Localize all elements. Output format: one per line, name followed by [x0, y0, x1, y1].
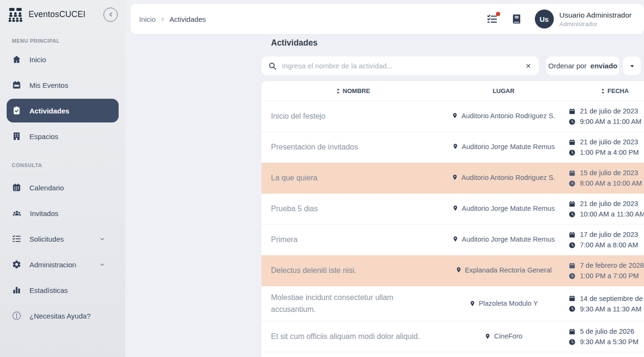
- pending-requests-icon[interactable]: [486, 13, 498, 25]
- chevron-down-icon: [99, 262, 105, 268]
- sort-by-prefix: Ordenar por: [548, 62, 587, 70]
- activity-date: 17 de julio de 2023 7:00 AM a 8:00 AM: [563, 231, 644, 249]
- user-menu[interactable]: Us Usuario Administrador Administrador: [535, 9, 632, 28]
- table-row[interactable]: La que quiera Auditorio Antonio Rodrigue…: [261, 163, 644, 194]
- users-icon: [12, 208, 22, 218]
- location-pin-icon: [452, 143, 458, 150]
- activity-place: Auditorio Jorge Matute Remus: [444, 142, 563, 152]
- table-row[interactable]: Prueba 5 dias Auditorio Jorge Matute Rem…: [261, 194, 644, 225]
- column-header-fecha[interactable]: FECHA: [563, 87, 644, 94]
- activity-place: Auditorio Antonio Rodriguez S.: [444, 173, 563, 183]
- table-row[interactable]: Primera Auditorio Jorge Matute Remus 17 …: [261, 225, 644, 255]
- sort-by-field: enviado: [590, 62, 617, 70]
- search-icon: [268, 62, 277, 70]
- table-header-row: NOMBRE LUGAR FECHA ESTATUS: [261, 81, 644, 101]
- search-box: ✕: [261, 56, 539, 75]
- sidebar-item-label: Estadísticas: [29, 286, 68, 294]
- breadcrumb-home[interactable]: Inicio: [139, 15, 156, 23]
- user-name: Usuario Administrador: [560, 11, 632, 19]
- activity-place: Auditorio Antonio Rodriguez S.: [444, 111, 563, 121]
- column-header-nombre[interactable]: NOMBRE: [261, 87, 444, 94]
- sidebar-item-estadisticas[interactable]: Estadísticas: [0, 277, 125, 303]
- checklist-icon: [12, 234, 21, 244]
- activity-place: Plazoleta Modulo Y: [444, 299, 563, 309]
- activity-place: Explanada Rectoría General: [444, 265, 563, 275]
- top-header: Inicio Actividades Us Usuario Administra…: [131, 4, 644, 34]
- sort-by-button[interactable]: Ordenar por enviado: [546, 56, 619, 75]
- sort-icon: [336, 88, 341, 94]
- sidebar-item-mis-eventos[interactable]: Mis Eventos: [0, 72, 125, 98]
- sidebar: EventosCUCEI MENU PRINCIPAL Inicio Mis E…: [0, 0, 125, 357]
- notification-dot: [496, 12, 500, 16]
- calendar-small-icon: [569, 108, 576, 115]
- activity-date: 14 de septiembre de 2025 9:30 AM a 11:30…: [563, 295, 644, 313]
- gear-icon: [12, 260, 21, 269]
- table-row[interactable]: Delectus deleniti iste nisi. Explanada R…: [261, 255, 644, 286]
- activity-place: CineForo: [444, 331, 563, 341]
- activity-date: 21 de julio de 2023 9:00 AM a 11:00 AM: [563, 107, 644, 125]
- caret-down-icon: [629, 63, 635, 69]
- sidebar-item-inicio[interactable]: Inicio: [0, 47, 125, 72]
- activity-name: Prueba 5 dias: [261, 199, 444, 219]
- brand-row: EventosCUCEI: [0, 0, 125, 23]
- sort-direction-button[interactable]: [623, 56, 641, 75]
- sidebar-item-label: ¿Necesitas Ayuda?: [29, 312, 91, 320]
- sidebar-item-label: Actividades: [29, 107, 69, 115]
- avatar: Us: [535, 9, 554, 28]
- activity-place: Auditorio Jorge Matute Remus: [444, 204, 563, 214]
- sort-icon: [600, 88, 606, 94]
- column-header-lugar[interactable]: LUGAR: [444, 87, 563, 94]
- auditorium-logo-icon: [8, 7, 23, 22]
- activity-date: 7 de febrero de 2028 1:00 PM a 7:00 PM: [563, 262, 644, 280]
- search-input[interactable]: [282, 62, 520, 70]
- activity-name: Molestiae incidunt consectetur ullam acc…: [261, 288, 444, 319]
- table-row[interactable]: Et sit cum officiis aliquam modi dolor a…: [261, 321, 644, 352]
- main-area: Inicio Actividades Us Usuario Administra…: [125, 0, 644, 357]
- location-pin-icon: [452, 235, 458, 243]
- sidebar-item-label: Solicitudes: [29, 235, 64, 243]
- clock-icon: [569, 118, 576, 125]
- manual-book-icon[interactable]: [511, 13, 522, 25]
- activity-name: Primera: [261, 230, 444, 250]
- user-role: Administrador: [560, 20, 632, 28]
- arrow-left-icon: [107, 11, 114, 18]
- sidebar-item-label: Administracion: [29, 261, 76, 269]
- location-pin-icon: [452, 112, 458, 119]
- help-icon: [12, 311, 21, 320]
- sidebar-item-calendario[interactable]: Calendario: [0, 175, 125, 200]
- activity-name: Et sit cum officiis aliquam modi dolor a…: [261, 327, 444, 347]
- calendar-grid-icon: [12, 183, 21, 192]
- sidebar-item-invitados[interactable]: Invitados: [0, 200, 125, 226]
- breadcrumb-current: Actividades: [169, 15, 206, 23]
- activity-name: Presentacion de invitados: [261, 138, 444, 157]
- home-icon: [12, 55, 21, 64]
- sidebar-item-label: Calendario: [29, 184, 64, 192]
- sidebar-item-label: Inicio: [29, 56, 46, 64]
- bar-chart-icon: [12, 285, 21, 295]
- sidebar-item-administracion[interactable]: Administracion: [0, 252, 125, 277]
- table-row[interactable]: Molestiae incidunt consectetur ullam acc…: [261, 286, 644, 321]
- sidebar-item-actividades[interactable]: Actividades: [7, 99, 119, 122]
- activity-date: 21 de julio de 2023 10:00 AM a 11:30 AM: [563, 200, 644, 218]
- table-row[interactable]: Presentacion de invitados Auditorio Jorg…: [261, 132, 644, 163]
- location-pin-icon: [469, 300, 476, 307]
- location-pin-icon: [452, 205, 458, 212]
- building-icon: [12, 132, 21, 141]
- sidebar-section-consulta: CONSULTA: [12, 162, 125, 168]
- sidebar-item-ayuda[interactable]: ¿Necesitas Ayuda?: [0, 303, 125, 329]
- sidebar-collapse-button[interactable]: [103, 8, 118, 22]
- location-pin-icon: [485, 333, 491, 340]
- activity-date: 15 de julio de 2023 8:00 AM a 10:00 AM: [563, 169, 644, 187]
- calendar-icon: [12, 80, 21, 90]
- table-row[interactable]: Inicio del festejo Auditorio Antonio Rod…: [261, 101, 644, 132]
- sidebar-section-menu-principal: MENU PRINCIPAL: [12, 38, 125, 44]
- activity-date: 21 de julio de 2023 1:00 PM a 4:00 PM: [563, 138, 644, 156]
- sidebar-item-solicitudes[interactable]: Solicitudes: [0, 226, 125, 252]
- activity-place: Auditorio Jorge Matute Remus: [444, 235, 563, 244]
- activity-date: 5 de julio de 2026 9:30 AM a 5:30 PM: [563, 328, 644, 346]
- sidebar-item-espacios[interactable]: Espacios: [0, 123, 125, 149]
- activity-name: Inicio del festejo: [261, 107, 444, 126]
- clear-search-button[interactable]: ✕: [525, 62, 531, 70]
- location-pin-icon: [456, 266, 462, 273]
- sidebar-item-label: Mis Eventos: [29, 81, 68, 89]
